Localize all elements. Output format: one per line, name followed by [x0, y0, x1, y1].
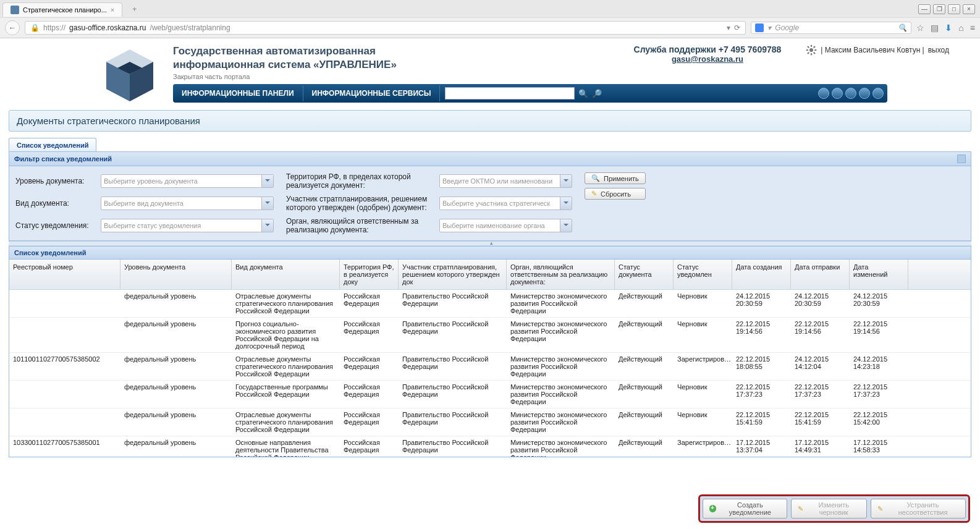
grid-header-col-1[interactable]: Уровень документа: [120, 260, 232, 289]
combo-notif-status[interactable]: Выберите статус уведомления: [101, 219, 274, 232]
tab-notifications-list[interactable]: Список уведомлений: [9, 138, 96, 151]
grid-header-col-9[interactable]: Дата отправки: [791, 260, 850, 289]
window-restore-button[interactable]: ❐: [933, 4, 945, 14]
table-row[interactable]: 10330011027700575385001федеральный урове…: [9, 436, 971, 457]
table-cell: Правительство Российской Федерации: [399, 353, 507, 380]
window-close-button[interactable]: ×: [963, 4, 975, 14]
table-cell: федеральный уровень: [120, 290, 232, 317]
grid-title: Список уведомлений: [9, 247, 971, 260]
table-cell: Министерство экономического развития Рос…: [507, 353, 615, 380]
magnifier-icon: 🔍: [591, 174, 600, 182]
table-cell: федеральный уровень: [120, 353, 232, 380]
combo-participant[interactable]: Выберите участника стратегическ: [439, 197, 572, 210]
table-cell: 17.12.2015 13:37:04: [732, 436, 791, 457]
table-row[interactable]: федеральный уровеньОтраслевые документы …: [9, 408, 971, 436]
table-cell: 24.12.2015 14:12:04: [791, 353, 850, 380]
url-path: /web/guest/stratplanning: [150, 23, 230, 32]
table-cell: Министерство экономического развития Рос…: [507, 318, 615, 352]
url-host: gasu-office.roskazna.ru: [69, 23, 146, 32]
table-cell: Действующий: [615, 408, 674, 436]
user-name: | Максим Васильевич Ковтун |: [821, 46, 924, 54]
table-row[interactable]: 10110011027700575385002федеральный урове…: [9, 353, 971, 381]
table-cell: Черновик: [674, 381, 732, 408]
url-bar[interactable]: 🔒 https://gasu-office.roskazna.ru/web/gu…: [25, 21, 746, 35]
favicon-icon: [11, 6, 19, 14]
table-cell: 22.12.2015 17:37:23: [850, 381, 908, 408]
grid-header-col-0[interactable]: Реестровый номер: [9, 260, 120, 289]
filter-panel: Фильтр списка уведомлений Уровень докуме…: [9, 151, 971, 241]
combo-organ[interactable]: Выберите наименование органа: [439, 219, 572, 232]
nav-info-services[interactable]: ИНФОРМАЦИОННЫЕ СЕРВИСЫ: [303, 85, 441, 101]
apply-button[interactable]: 🔍Применить: [585, 172, 646, 184]
table-cell: Зарегистриров…: [674, 353, 732, 380]
reload-icon[interactable]: ⟳: [734, 23, 740, 32]
grid-header-col-5[interactable]: Орган, являющийся ответственным за реали…: [507, 260, 615, 289]
gear-icon[interactable]: [806, 44, 817, 56]
grid-header-col-2[interactable]: Вид документа: [232, 260, 340, 289]
grid-header-col-6[interactable]: Статус документа: [615, 260, 674, 289]
nav-search-input[interactable]: [445, 87, 575, 99]
browser-tab-title: Стратегическое планиро...: [23, 6, 107, 14]
dropdown-history-icon[interactable]: ▾: [727, 23, 730, 32]
splitter-handle[interactable]: [9, 241, 971, 246]
label-organ: Орган, являющийся ответственным за реали…: [286, 217, 434, 234]
grid-header-col-8[interactable]: Дата создания: [732, 260, 791, 289]
nav-pill-4[interactable]: [859, 88, 870, 99]
table-cell: Российская Федерация: [340, 436, 399, 457]
table-cell: Российская Федерация: [340, 290, 399, 317]
url-prefix: https://: [43, 23, 65, 32]
downloads-icon[interactable]: ⬇: [945, 23, 952, 33]
combo-doc-type[interactable]: Выберите вид документа: [101, 197, 274, 210]
nav-search-person-icon[interactable]: 🔎: [592, 89, 602, 98]
browser-tab-strip: Стратегическое планиро... × + — ❐ □ ×: [0, 0, 980, 17]
reader-icon[interactable]: ▤: [931, 23, 939, 33]
site-title-line2: информационная система «УПРАВЛЕНИЕ»: [173, 58, 397, 72]
nav-pill-5[interactable]: [872, 88, 884, 99]
page-title: Документы стратегического планирования: [9, 110, 971, 132]
grid-header-col-3[interactable]: Территория РФ, в реализуется доку: [340, 260, 399, 289]
nav-info-panels[interactable]: ИНФОРМАЦИОННЫЕ ПАНЕЛИ: [173, 85, 303, 101]
nav-pill-1[interactable]: [818, 88, 829, 99]
table-row[interactable]: федеральный уровеньПрогноз социально-эко…: [9, 318, 971, 353]
menu-icon[interactable]: ≡: [970, 23, 975, 33]
combo-organ-placeholder: Выберите наименование органа: [442, 222, 545, 229]
grid-body[interactable]: федеральный уровеньОтраслевые документы …: [9, 290, 971, 457]
table-row[interactable]: федеральный уровеньГосударственные прогр…: [9, 381, 971, 408]
search-go-icon[interactable]: 🔍: [898, 23, 907, 32]
table-row[interactable]: федеральный уровеньОтраслевые документы …: [9, 290, 971, 318]
support-email-link[interactable]: gasu@roskazna.ru: [634, 54, 782, 64]
chevron-down-icon: [564, 179, 568, 184]
nav-back-button[interactable]: ←: [5, 20, 20, 35]
grid-panel: Список уведомлений Реестровый номерУрове…: [9, 246, 971, 457]
combo-participant-placeholder: Выберите участника стратегическ: [442, 200, 550, 207]
browser-toolbar: ← 🔒 https://gasu-office.roskazna.ru/web/…: [0, 17, 980, 38]
table-cell: федеральный уровень: [120, 318, 232, 352]
combo-territory[interactable]: Введите ОКТМО или наименовани: [439, 174, 572, 188]
grid-header-col-10[interactable]: Дата изменений: [850, 260, 908, 289]
nav-pill-2[interactable]: [832, 88, 843, 99]
home-icon[interactable]: ⌂: [958, 23, 963, 33]
bookmark-icon[interactable]: ☆: [916, 23, 924, 33]
grid-header-row: Реестровый номерУровень документаВид док…: [9, 260, 971, 290]
new-tab-button[interactable]: +: [127, 4, 142, 15]
browser-tab[interactable]: Стратегическое планиро... ×: [2, 2, 122, 17]
table-cell: 24.12.2015 20:30:59: [791, 290, 850, 317]
logout-link[interactable]: выход: [928, 46, 949, 54]
table-cell: Действующий: [615, 381, 674, 408]
browser-search-bar[interactable]: ▾ Google 🔍: [751, 22, 911, 34]
combo-doc-level[interactable]: Выберите уровень документа: [101, 174, 274, 188]
tab-close-icon[interactable]: ×: [111, 6, 114, 14]
table-cell: Отраслевые документы стратегического пла…: [232, 408, 340, 436]
label-doc-level: Уровень документа:: [15, 177, 96, 185]
grid-header-col-4[interactable]: Участник стратпланирования, решением кот…: [399, 260, 507, 289]
reset-icon: ✎: [591, 190, 597, 198]
grid-header-col-7[interactable]: Статус уведомлен: [674, 260, 732, 289]
collapse-icon[interactable]: [957, 154, 966, 163]
window-minimize-button[interactable]: —: [918, 4, 931, 14]
reset-button[interactable]: ✎Сбросить: [585, 188, 646, 200]
window-maximize-button[interactable]: □: [948, 4, 960, 14]
page-header: Государственная автоматизированная инфор…: [0, 38, 980, 80]
nav-search-icon[interactable]: 🔍: [578, 89, 588, 98]
nav-pill-3[interactable]: [845, 88, 856, 99]
browser-search-placeholder: Google: [775, 23, 799, 32]
